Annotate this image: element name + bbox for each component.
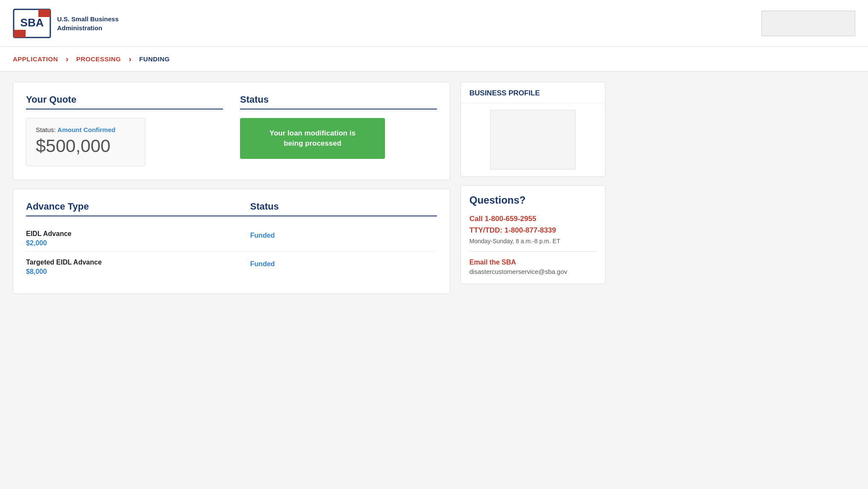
nav-step-funding[interactable]: FUNDING <box>139 48 170 70</box>
email-address: disastercustomerservice@sba.gov <box>469 268 596 275</box>
chevron-icon-1: › <box>66 54 69 64</box>
svg-text:SBA: SBA <box>20 16 44 29</box>
advance-row-1-info: EIDL Advance $2,000 <box>26 230 250 247</box>
logo-area: SBA U.S. Small Business Administration <box>13 9 119 38</box>
funded-label-2: Funded <box>250 260 275 268</box>
questions-section: Questions? Call 1-800-659-2955 TTY/TDD: … <box>460 185 605 284</box>
logo-text: U.S. Small Business Administration <box>57 14 119 32</box>
content-area: Your Quote Status: Amount Confirmed $500… <box>13 82 450 294</box>
sba-logo: SBA <box>13 9 51 38</box>
quote-box: Status: Amount Confirmed $500,000 <box>26 118 145 166</box>
advance-col-title: Advance Type <box>26 201 250 216</box>
step-label-application: APPLICATION <box>13 48 58 70</box>
advance-row-1-status: Funded <box>250 230 437 239</box>
header: SBA U.S. Small Business Administration <box>0 0 868 47</box>
nav-step-application[interactable]: APPLICATION <box>13 48 58 70</box>
advance-row-2: Targeted EIDL Advance $8,000 Funded <box>26 252 437 280</box>
status-col-title: Status <box>250 201 437 216</box>
advance-table-header: Advance Type Status <box>26 201 437 216</box>
business-profile-content <box>461 103 605 176</box>
nav-step-processing[interactable]: PROCESSING <box>76 48 121 70</box>
advance-row-2-info: Targeted EIDL Advance $8,000 <box>26 259 250 276</box>
advance-type-card: Advance Type Status EIDL Advance $2,000 … <box>13 189 450 294</box>
email-sba-link[interactable]: Email the SBA <box>469 259 596 266</box>
status-title: Status <box>240 94 437 109</box>
hours-text: Monday-Sunday, 8 a.m.-8 p.m. ET <box>469 238 596 244</box>
phone-2[interactable]: TTY/TDD: 1-800-877-8339 <box>469 224 596 236</box>
header-user-area <box>761 11 855 36</box>
nav-bar: APPLICATION › PROCESSING › FUNDING <box>0 47 868 72</box>
nav-steps: APPLICATION › PROCESSING › FUNDING <box>13 48 855 70</box>
advance-name-1: EIDL Advance <box>26 230 250 238</box>
main-layout: Your Quote Status: Amount Confirmed $500… <box>0 72 618 304</box>
step-label-funding: FUNDING <box>139 48 170 70</box>
funded-label-1: Funded <box>250 232 275 239</box>
svg-rect-1 <box>14 30 26 37</box>
quote-title: Your Quote <box>26 94 223 109</box>
phone-1[interactable]: Call 1-800-659-2955 <box>469 213 596 224</box>
status-section: Status Your loan modification is being p… <box>240 94 437 166</box>
sidebar: BUSINESS PROFILE Questions? Call 1-800-6… <box>460 82 605 294</box>
advance-amount-1: $2,000 <box>26 239 250 247</box>
quote-section: Your Quote Status: Amount Confirmed $500… <box>26 94 223 166</box>
divider <box>469 251 596 252</box>
status-prefix: Status: <box>36 126 58 133</box>
questions-content: Questions? Call 1-800-659-2955 TTY/TDD: … <box>461 186 605 284</box>
advance-name-2: Targeted EIDL Advance <box>26 259 250 266</box>
step-label-processing: PROCESSING <box>76 48 121 70</box>
advance-row-1: EIDL Advance $2,000 Funded <box>26 223 437 252</box>
business-profile-title: BUSINESS PROFILE <box>461 82 605 103</box>
advance-row-2-status: Funded <box>250 259 437 268</box>
quote-amount: $500,000 <box>36 136 136 156</box>
business-profile-section: BUSINESS PROFILE <box>460 82 605 177</box>
questions-title: Questions? <box>469 194 596 206</box>
profile-placeholder <box>490 110 576 170</box>
chevron-icon-2: › <box>129 54 132 64</box>
status-value: Amount Confirmed <box>58 126 116 133</box>
quote-status-label: Status: Amount Confirmed <box>36 126 136 133</box>
loan-status-button: Your loan modification is being processe… <box>240 118 385 159</box>
quote-status-card: Your Quote Status: Amount Confirmed $500… <box>13 82 450 180</box>
advance-amount-2: $8,000 <box>26 268 250 276</box>
